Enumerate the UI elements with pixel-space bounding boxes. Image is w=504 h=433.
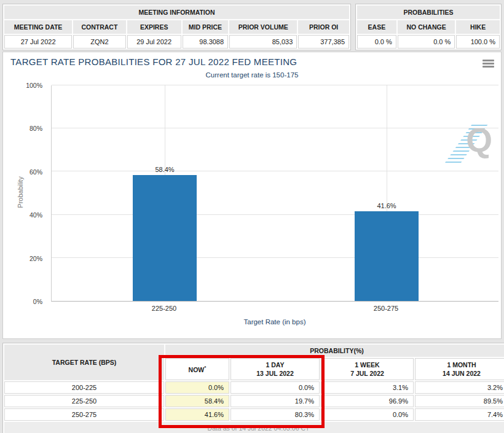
prior-volume-value: 85,033 (229, 35, 297, 49)
no-change-value: 0.0 % (398, 35, 455, 49)
col-header-expires: EXPIRES (127, 20, 181, 34)
day-cell: 0.0% (230, 381, 320, 394)
probabilities-summary-table: PROBABILITIES EASE NO CHANGE HIKE 0.0 % … (355, 4, 502, 50)
table-row: 225-250 58.4% 19.7% 96.9% 89.5% (4, 395, 504, 407)
plot-area: 58.4% 41.6% Q (51, 85, 498, 302)
target-rate-probabilities-chart-panel: TARGET RATE PROBABILITIES FOR 27 JUL 202… (2, 52, 502, 339)
now-cell: 41.6% (165, 408, 229, 421)
chart-title: TARGET RATE PROBABILITIES FOR 27 JUL 202… (10, 57, 297, 67)
bar-225-250[interactable] (133, 175, 197, 301)
col-header-meeting-date: MEETING DATE (4, 20, 72, 34)
month-cell: 7.4% (415, 408, 504, 421)
bar-250-275[interactable] (355, 211, 419, 301)
col-header-no-change: NO CHANGE (398, 20, 455, 34)
target-rate-cell: 200-225 (4, 381, 164, 394)
chart-hamburger-menu-icon[interactable] (482, 58, 494, 69)
x-axis-title: Target Rate (in bps) (51, 318, 498, 326)
week-cell: 0.0% (321, 408, 414, 421)
target-rate-cell: 250-275 (4, 408, 164, 421)
rate-probability-table: TARGET RATE (BPS) PROBABILITY(%) NOW* 1 … (2, 343, 504, 433)
col-header-1-day: 1 DAY13 JUL 2022 (230, 358, 320, 380)
month-cell: 3.2% (415, 381, 504, 394)
month-cell: 89.5% (415, 395, 504, 407)
ease-value: 0.0 % (357, 35, 396, 49)
meeting-information-table: MEETING INFORMATION MEETING DATE CONTRAC… (2, 4, 351, 50)
col-header-prior-volume: PRIOR VOLUME (229, 20, 297, 34)
x-tick-label: 250-275 (354, 305, 418, 312)
col-header-prior-oi: PRIOR OI (298, 20, 349, 34)
mid-price-value: 98.3088 (183, 35, 228, 49)
now-cell: 58.4% (165, 395, 229, 407)
day-cell: 19.7% (230, 395, 320, 407)
week-cell: 96.9% (321, 395, 414, 407)
contract-value: ZQN2 (73, 35, 125, 49)
col-header-1-week: 1 WEEK7 JUL 2022 (321, 358, 414, 380)
prior-oi-value: 377,385 (298, 35, 349, 49)
target-rate-cell: 225-250 (4, 395, 164, 407)
day-cell: 80.3% (230, 408, 320, 421)
col-header-mid-price: MID PRICE (183, 20, 228, 34)
bar-value-label: 58.4% (155, 166, 174, 173)
y-axis-title: Probability (17, 164, 24, 220)
meeting-information-title: MEETING INFORMATION (4, 6, 349, 19)
quikstrike-watermark: Q (449, 122, 494, 166)
week-cell: 3.1% (321, 381, 414, 394)
meeting-date-value: 27 Jul 2022 (4, 35, 72, 49)
x-tick-label: 225-250 (132, 305, 196, 312)
expires-value: 29 Jul 2022 (127, 35, 181, 49)
chart-subtitle: Current target rate is 150-175 (3, 71, 501, 79)
table-row: 200-225 0.0% 0.0% 3.1% 3.2% (4, 381, 504, 394)
y-axis-labels: 0%20%40%60%80%100% (3, 85, 46, 302)
col-header-ease: EASE (357, 20, 396, 34)
data-as-of-footnote: * Data as of 14 Jul 2022 04:03:06 CT (4, 422, 504, 433)
quikstrike-q-logo-icon: Q (466, 123, 492, 157)
hike-value: 100.0 % (456, 35, 500, 49)
col-header-contract: CONTRACT (73, 20, 125, 34)
col-header-hike: HIKE (456, 20, 500, 34)
probability-group-header: PROBABILITY(%) (165, 345, 504, 357)
bar-value-label: 41.6% (377, 202, 396, 209)
col-header-1-month: 1 MONTH14 JUN 2022 (415, 358, 504, 380)
now-cell: 0.0% (165, 381, 229, 394)
table-row: 250-275 41.6% 80.3% 0.0% 7.4% (4, 408, 504, 421)
col-header-now: NOW* (165, 358, 229, 380)
probabilities-title: PROBABILITIES (357, 6, 500, 19)
target-rate-bps-header: TARGET RATE (BPS) (4, 345, 164, 380)
